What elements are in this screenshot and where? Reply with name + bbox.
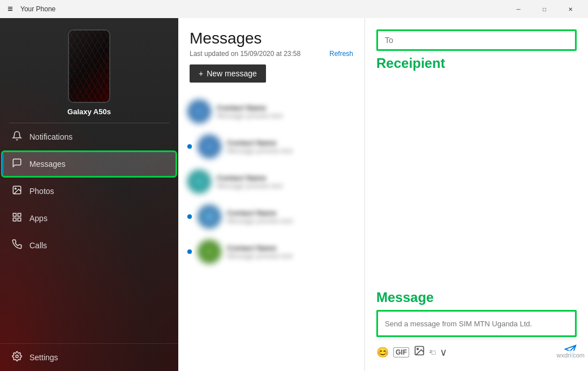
- conversation-list: Contact Name Message preview text Contac…: [178, 89, 364, 371]
- sticker-button[interactable]: ²□: [430, 349, 435, 356]
- svg-rect-2: [13, 213, 16, 216]
- avatar: [187, 100, 211, 123]
- sidebar: Galaxy A50s Notifications: [0, 18, 178, 371]
- calls-icon: [11, 239, 23, 252]
- unread-dot: [187, 214, 192, 219]
- messages-label: Messages: [29, 159, 66, 169]
- settings-label: Settings: [29, 353, 58, 362]
- titlebar-controls: ─ □ ✕: [505, 0, 583, 18]
- hamburger-icon[interactable]: ≡: [5, 4, 16, 14]
- message-input[interactable]: [376, 310, 577, 337]
- expand-button[interactable]: ∨: [440, 346, 447, 359]
- messages-meta: Last updated on 15/09/2020 at 23:58 Refr…: [190, 50, 353, 58]
- sidebar-divider: [9, 123, 169, 123]
- phone-screen: [69, 31, 109, 102]
- watermark: wxdn.com: [553, 351, 588, 360]
- settings-icon: [11, 351, 23, 364]
- sidebar-content: Galaxy A50s Notifications: [0, 18, 178, 371]
- svg-point-6: [16, 355, 19, 358]
- minimize-button[interactable]: ─: [505, 0, 531, 18]
- messages-title: Messages: [190, 29, 353, 48]
- conversation-item[interactable]: Contact Name Message preview text: [178, 94, 364, 129]
- sidebar-item-calls[interactable]: Calls: [2, 233, 176, 258]
- notifications-icon: [11, 131, 23, 143]
- conv-name: Contact Name: [217, 174, 355, 182]
- sidebar-item-notifications[interactable]: Notifications: [2, 124, 176, 149]
- emoji-button[interactable]: 😊: [376, 346, 389, 359]
- recipient-label: Receipient: [376, 55, 577, 71]
- sidebar-item-messages[interactable]: Messages: [2, 152, 176, 176]
- avatar: [187, 170, 211, 193]
- svg-point-8: [417, 348, 419, 350]
- avatar: [198, 205, 221, 228]
- right-panel: Receipient Message 😊 GIF ²□ ∨: [365, 18, 588, 371]
- svg-rect-4: [13, 218, 16, 221]
- conversation-item[interactable]: Contact Name Message preview text: [178, 199, 364, 234]
- conversation-item[interactable]: Contact Name Message preview text: [178, 234, 364, 269]
- messages-icon: [11, 158, 23, 170]
- messages-header: Messages Last updated on 15/09/2020 at 2…: [178, 18, 364, 89]
- phone-name: Galaxy A50s: [67, 107, 111, 116]
- unread-dot: [187, 144, 192, 149]
- apps-label: Apps: [29, 214, 48, 223]
- gif-button[interactable]: GIF: [393, 347, 409, 357]
- conv-preview: Message preview text: [217, 112, 355, 120]
- message-label: Message: [376, 290, 577, 305]
- conv-name: Contact Name: [227, 244, 355, 252]
- phone-image: [68, 29, 110, 103]
- apps-icon: [11, 212, 23, 225]
- conv-preview: Message preview text: [227, 252, 355, 260]
- new-message-label: New message: [207, 69, 257, 78]
- close-button[interactable]: ✕: [557, 0, 583, 18]
- conv-name: Contact Name: [227, 209, 355, 217]
- conv-preview: Message preview text: [227, 147, 355, 155]
- photos-icon: [11, 185, 23, 197]
- titlebar-left: ≡ Your Phone: [5, 4, 55, 14]
- conversation-item[interactable]: Contact Name Message preview text: [178, 129, 364, 164]
- conv-preview: Message preview text: [217, 182, 355, 190]
- titlebar: ≡ Your Phone ─ □ ✕: [0, 0, 588, 18]
- sidebar-item-settings[interactable]: Settings: [2, 345, 176, 370]
- maximize-button[interactable]: □: [531, 0, 557, 18]
- main-content: Galaxy A50s Notifications: [0, 18, 588, 371]
- conv-name: Contact Name: [227, 139, 355, 147]
- svg-point-1: [15, 188, 16, 189]
- phone-preview: Galaxy A50s: [0, 18, 178, 123]
- svg-rect-3: [18, 213, 21, 216]
- conv-info: Contact Name Message preview text: [217, 103, 355, 120]
- sidebar-item-apps[interactable]: Apps: [2, 206, 176, 231]
- messages-updated: Last updated on 15/09/2020 at 23:58: [190, 50, 301, 58]
- notifications-label: Notifications: [29, 132, 72, 141]
- nav-settings-divider: [0, 343, 178, 344]
- plus-icon: +: [199, 69, 203, 78]
- avatar: [198, 135, 221, 158]
- conv-preview: Message preview text: [227, 217, 355, 225]
- svg-rect-5: [18, 218, 21, 221]
- app-title: Your Phone: [20, 5, 55, 13]
- sidebar-item-photos[interactable]: Photos: [2, 179, 176, 204]
- unread-dot: [187, 249, 192, 254]
- conv-info: Contact Name Message preview text: [217, 174, 355, 190]
- conv-info: Contact Name Message preview text: [227, 139, 355, 155]
- sidebar-bottom: Settings: [0, 341, 178, 371]
- emoji-bar: 😊 GIF ²□ ∨: [376, 339, 577, 360]
- messages-panel: Messages Last updated on 15/09/2020 at 2…: [178, 18, 365, 371]
- to-input[interactable]: [376, 29, 577, 51]
- new-message-button[interactable]: + New message: [190, 64, 266, 83]
- image-button[interactable]: [414, 345, 425, 359]
- conv-name: Contact Name: [217, 103, 355, 112]
- photos-label: Photos: [29, 187, 54, 196]
- conversation-item[interactable]: Contact Name Message preview text: [178, 164, 364, 199]
- refresh-button[interactable]: Refresh: [329, 50, 353, 58]
- spacer: [376, 76, 577, 290]
- avatar: [198, 240, 221, 264]
- conv-info: Contact Name Message preview text: [227, 244, 355, 260]
- calls-label: Calls: [29, 241, 47, 250]
- conv-info: Contact Name Message preview text: [227, 209, 355, 225]
